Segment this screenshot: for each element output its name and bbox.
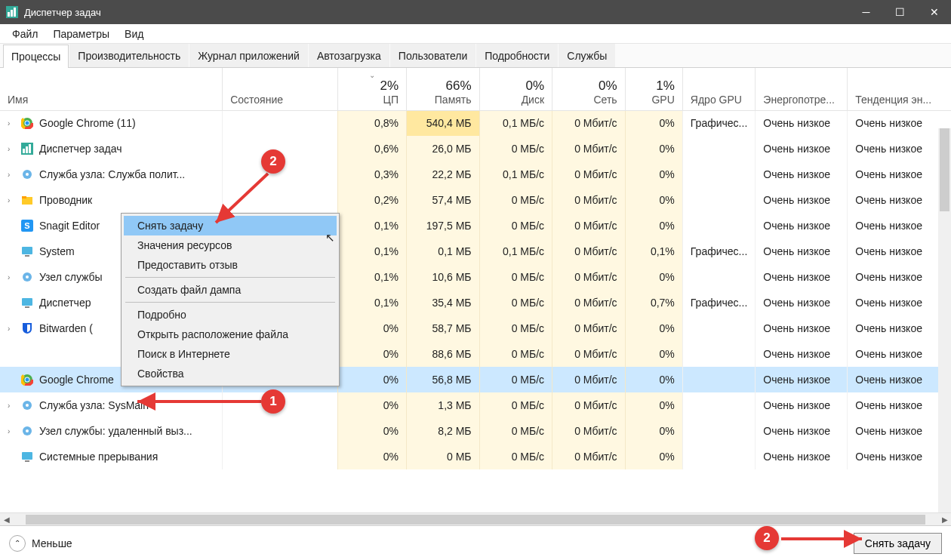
expand-icon[interactable]: › [8,402,15,410]
cell-power-trend: Очень низкое [848,315,951,341]
col-name[interactable]: Имя [0,68,223,110]
cell-power: Очень низкое [756,136,848,162]
table-row[interactable]: › Google Chrome (11) 0,8% 540,4 МБ 0,1 М… [0,110,951,136]
expand-icon[interactable]: › [8,145,15,153]
expand-icon[interactable]: › [8,273,15,282]
cell-disk: 0 МБ/с [479,290,552,315]
sort-indicator-icon: ⌄ [369,71,375,79]
tab-2[interactable]: Журнал приложений [189,44,308,67]
cell-gpu: 0% [625,136,682,162]
svg-rect-24 [25,306,29,308]
cell-cpu: 0,1% [337,238,406,264]
tab-5[interactable]: Подробности [476,44,558,67]
cell-memory: 22,2 МБ [407,162,480,187]
cell-power: Очень низкое [756,392,848,418]
cell-cpu: 0,2% [337,187,406,213]
cell-gpu: 0% [625,110,682,136]
context-menu-item[interactable]: Значения ресурсов [124,235,337,255]
fewer-details-button[interactable]: ⌃ Меньше [9,535,72,552]
cell-gpu-engine: Графичес... [682,238,756,264]
svg-rect-1 [8,12,10,17]
context-menu-item[interactable]: Подробно [124,305,337,325]
table-row[interactable]: Системные прерывания 0% 0 МБ 0 МБ/с 0 Мб… [0,444,951,469]
process-icon [21,271,33,283]
expand-icon[interactable]: › [8,325,15,333]
cell-power-trend: Очень низкое [848,444,951,469]
col-cpu[interactable]: ⌄2%ЦП [337,68,406,110]
context-menu-item[interactable]: Снять задачу [124,216,337,235]
table-row[interactable]: › Проводник 0,2% 57,4 МБ 0 МБ/с 0 Мбит/с… [0,187,951,213]
svg-rect-19 [22,247,32,254]
tab-0[interactable]: Процессы [3,45,69,68]
cell-gpu-engine [682,444,756,469]
col-network[interactable]: 0%Сеть [552,68,626,110]
footer: ⌃ Меньше Снять задачу [0,525,951,560]
tab-4[interactable]: Пользователи [390,44,476,67]
cell-power: Очень низкое [756,264,848,290]
svg-point-8 [26,122,29,125]
cell-gpu: 0% [625,264,682,290]
cell-disk: 0 МБ/с [479,315,552,341]
process-name: Bitwarden ( [39,322,93,334]
cell-status [223,444,337,469]
cell-gpu: 0,1% [625,238,682,264]
expand-icon[interactable]: › [8,427,15,435]
menu-file[interactable]: Файл [5,26,45,42]
cell-disk: 0 МБ/с [479,444,552,469]
menu-options[interactable]: Параметры [45,26,117,42]
cell-power: Очень низкое [756,238,848,264]
col-gpu[interactable]: 1%GPU [625,68,682,110]
menu-view[interactable]: Вид [117,26,151,42]
svg-rect-3 [14,8,16,17]
cell-gpu: 0,7% [625,290,682,315]
horizontal-scrollbar[interactable]: ◀▶ [0,512,951,525]
table-row[interactable]: › Служба узла: Служба полит... 0,3% 22,2… [0,162,951,187]
svg-rect-23 [22,298,32,306]
context-menu-item[interactable]: Поиск в Интернете [124,344,337,364]
cell-gpu-engine [682,341,756,367]
cell-power: Очень низкое [756,162,848,187]
cell-network: 0 Мбит/с [552,367,626,392]
maximize-button[interactable]: ☐ [883,0,917,24]
table-row[interactable]: › Узел службы: удаленный выз... 0% 8,2 М… [0,418,951,444]
col-power[interactable]: Энергопотре... [756,68,848,110]
expand-icon[interactable]: › [8,196,15,205]
vertical-scrollbar[interactable] [938,128,951,512]
cell-power-trend: Очень низкое [848,418,951,444]
context-menu-item[interactable]: Свойства [124,364,337,383]
col-status[interactable]: Состояние [223,68,337,110]
col-gpu-engine[interactable]: Ядро GPU [682,68,756,110]
table-row[interactable]: › Служба узла: SysMain 0% 1,3 МБ 0 МБ/с … [0,392,951,418]
cell-cpu: 0% [337,341,406,367]
cell-power: Очень низкое [756,367,848,392]
svg-point-31 [26,404,29,407]
cell-memory: 8,2 МБ [407,418,480,444]
cell-power: Очень низкое [756,187,848,213]
close-button[interactable]: ✕ [917,0,951,24]
cell-cpu: 0,6% [337,136,406,162]
cell-disk: 0,1 МБ/с [479,110,552,136]
cell-network: 0 Мбит/с [552,213,626,238]
expand-icon[interactable]: › [8,171,15,179]
process-icon [21,143,33,155]
process-name: Google Chrome (11) [39,117,136,129]
process-icon [21,168,33,180]
context-menu-item[interactable]: Предоставить отзыв [124,255,337,275]
tab-1[interactable]: Производительность [69,44,189,67]
context-menu-item[interactable]: Создать файл дампа [124,280,337,300]
cell-memory: 58,7 МБ [407,315,480,341]
col-disk[interactable]: 0%Диск [479,68,552,110]
tab-6[interactable]: Службы [559,44,615,67]
minimize-button[interactable]: ─ [849,0,883,24]
context-menu-item[interactable]: Открыть расположение файла [124,325,337,344]
table-row[interactable]: › Диспетчер задач 0,6% 26,0 МБ 0 МБ/с 0 … [0,136,951,162]
end-task-button[interactable]: Снять задачу [854,533,942,554]
chevron-up-icon: ⌃ [9,535,26,552]
col-memory[interactable]: 66%Память [407,68,480,110]
col-power-trend[interactable]: Тенденция эн... [848,68,951,110]
tab-3[interactable]: Автозагрузка [309,44,389,67]
cell-cpu: 0,1% [337,290,406,315]
cell-cpu: 0,3% [337,162,406,187]
expand-icon[interactable]: › [8,119,15,128]
cell-memory: 540,4 МБ [407,110,480,136]
